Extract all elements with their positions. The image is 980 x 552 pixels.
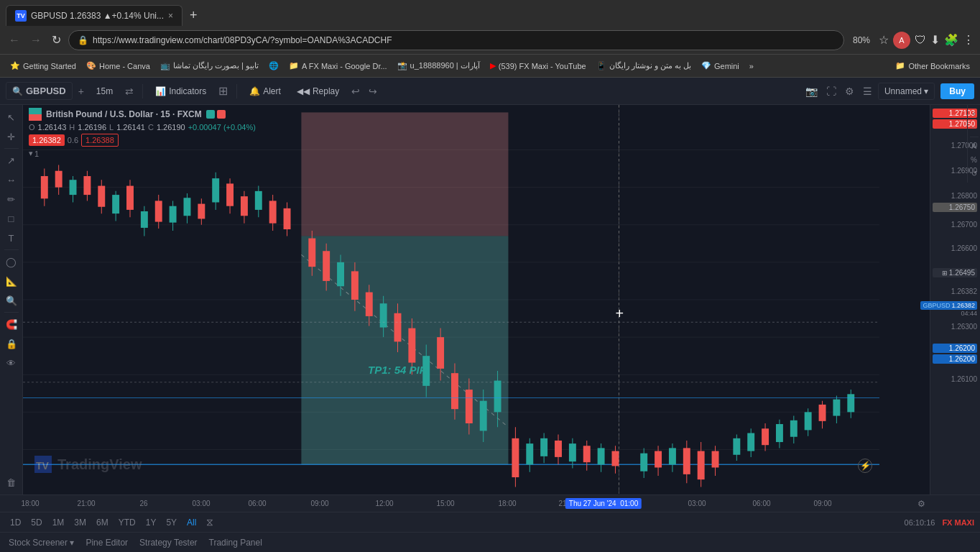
period-all[interactable]: All [182,516,200,529]
fullscreen-button[interactable]: ⛶ [823,83,839,100]
svg-text:TV: TV [36,460,50,472]
h-line-tool[interactable]: ↔ [1,170,22,189]
replay-button[interactable]: ◀◀ Replay [290,83,346,100]
svg-rect-52 [284,208,291,229]
forward-button[interactable]: → [27,31,45,50]
compare-button[interactable]: ⇄ [122,83,137,100]
stock-screener-tab[interactable]: Stock Screener ▾ [9,535,74,551]
bookmark-gemini[interactable]: 💎 Gemini [697,59,744,73]
eye-tool[interactable]: 👁 [1,354,22,372]
trading-panel-tab[interactable]: Trading Panel [209,535,262,551]
cursor-tool[interactable]: ↖ [1,108,22,126]
layout-selector[interactable]: ☰ [860,83,875,100]
zoom-in-btn[interactable]: + [970,108,979,120]
profile-icon[interactable]: A [893,32,910,49]
aparat-label: آپارات | u_18888960 [410,61,480,70]
period-1d[interactable]: 1D [6,516,25,529]
bookmark-canva[interactable]: 🎨 Home - Canva [82,59,154,73]
templates-button[interactable]: ⊞ [216,81,231,101]
reset-scale-btn[interactable]: ↺ [969,167,979,180]
strategy-tester-tab[interactable]: Strategy Tester [139,535,197,551]
shape-tool[interactable]: □ [1,209,22,228]
extensions-icon[interactable]: 🧩 [944,33,958,47]
downloads-icon[interactable]: ⬇ [930,33,940,47]
text-tool[interactable]: T [1,229,22,247]
bookmark-star-icon[interactable]: ☆ [879,33,889,47]
interval-selector[interactable]: 15m [90,83,119,100]
bookmarks-bar: ⭐ Getting Started 🎨 Home - Canva 📺 تابیو… [0,55,980,78]
current-time-display: 06:10:16 [905,518,935,527]
price-box-red: 1.26382 [29,134,65,146]
period-5d[interactable]: 5D [27,516,46,529]
tab-close-icon[interactable]: × [168,11,173,21]
auto-scale-btn[interactable]: A [969,140,979,152]
bookmark-gdrive[interactable]: 📁 A FX Maxi - Google Dr... [285,59,392,73]
bookmark-text[interactable]: 📱 بل به متن و نوشتار رایگان [592,59,695,73]
period-ytd[interactable]: YTD [114,516,140,529]
globe-icon: 🌐 [269,61,279,70]
measure-tool[interactable]: 📐 [1,272,22,290]
brush-tool[interactable]: ✏ [1,190,22,208]
bookmark-tabio[interactable]: 📺 تابیو | بصورت رایگان تماشا [156,59,263,73]
settings-button[interactable]: ⚙ [842,83,857,100]
screenshot-button[interactable]: 📷 [803,83,820,100]
menu-icon[interactable]: ⋮ [963,33,974,47]
period-1m[interactable]: 1M [48,516,69,529]
address-text: https://www.tradingview.com/chart/08PD3y… [93,35,392,45]
bookmark-youtube[interactable]: ▶ (539) FX Maxi - YouTube [486,59,591,73]
crosshair-tool[interactable]: ✛ [1,127,22,146]
period-1y[interactable]: 1Y [142,516,161,529]
address-bar[interactable]: 🔒 https://www.tradingview.com/chart/08PD… [68,30,844,50]
svg-rect-86 [540,438,547,456]
new-tab-button[interactable]: + [184,5,203,26]
time-highlight: Thu 27 Jun '24 01:00 [565,498,642,509]
time-settings-icon[interactable]: ⚙ [917,499,925,509]
extension-icon[interactable]: 🛡 [915,34,926,47]
period-6m[interactable]: 6M [92,516,113,529]
time-21-00: 21:00 [77,500,95,507]
watermark-text: TradingView [57,456,142,473]
bookmark-more[interactable]: » [745,60,758,73]
symbol-search[interactable]: 🔍 GBPUSD [6,82,73,100]
bookmark-getting-started[interactable]: ⭐ Getting Started [6,59,80,73]
svg-rect-120 [805,412,812,430]
svg-rect-60 [351,271,359,300]
add-indicator-button[interactable]: + [75,83,87,100]
trend-line-tool[interactable]: ↗ [1,151,22,170]
svg-rect-18 [41,176,48,198]
unnamed-selector[interactable]: Unnamed ▾ [878,83,935,100]
bookmark-globe[interactable]: 🌐 [264,59,283,73]
time-03-00b: 03:00 [688,500,706,507]
indicators-button[interactable]: 📊 Indicators [149,83,213,100]
period-5y[interactable]: 5Y [162,516,181,529]
undo-button[interactable]: ↩ [348,83,363,100]
svg-rect-32 [141,211,148,228]
gdrive-label: A FX Maxi - Google Dr... [302,62,387,70]
bookmark-aparat[interactable]: 📸 آپارات | u_18888960 [393,59,484,73]
candles-right [512,390,854,487]
tabio-label: تابیو | بصورت رایگان تماشا [173,61,259,70]
trash-tool[interactable]: 🗑 [1,473,22,492]
pattern-tool[interactable]: ◯ [1,252,22,271]
lock-tool[interactable]: 🔒 [1,334,22,353]
period-3m[interactable]: 3M [70,516,91,529]
buy-button[interactable]: Buy [940,83,974,99]
refresh-button[interactable]: ↻ [49,30,64,50]
bookmark-other[interactable]: 📁 Other Bookmarks [891,59,974,73]
svg-rect-88 [555,441,562,457]
zoom-out-btn[interactable]: − [970,121,979,134]
log-scale-btn[interactable]: % [969,154,979,166]
magnet-tool[interactable]: 🧲 [1,315,22,334]
tradingview-app: 🔍 GBPUSD + 15m ⇄ 📊 Indicators ⊞ 🔔 Alert … [0,78,980,552]
pine-editor-tab[interactable]: Pine Editor [85,535,128,551]
active-tab[interactable]: TV GBPUSD 1.26383 ▲+0.14% Uni... × [6,5,182,26]
redo-button[interactable]: ↪ [366,83,380,100]
price-chart-svg: + [23,105,879,494]
zoom-tool[interactable]: 🔍 [1,291,22,310]
canva-icon: 🎨 [86,61,96,70]
gdrive-icon: 📁 [289,61,299,70]
svg-rect-48 [255,191,262,210]
back-button[interactable]: ← [6,31,23,50]
alert-button[interactable]: 🔔 Alert [243,83,287,100]
custom-range-btn[interactable]: ⧖ [202,515,218,530]
